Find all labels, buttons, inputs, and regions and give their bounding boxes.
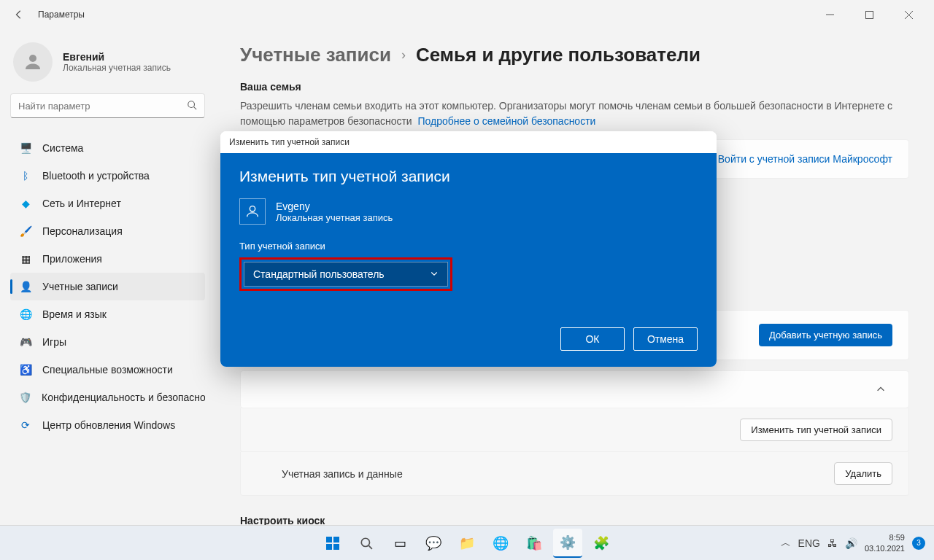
family-section-title: Ваша семья bbox=[240, 81, 909, 93]
svg-rect-9 bbox=[326, 537, 332, 542]
sidebar: Евгений Локальная учетная запись 🖥️Систе… bbox=[0, 29, 215, 525]
highlight-box: Стандартный пользователь bbox=[239, 257, 452, 291]
signin-link[interactable]: Войти с учетной записи Майкрософт bbox=[718, 153, 892, 165]
nav-list: 🖥️Система ᛒBluetooth и устройства ◆Сеть … bbox=[10, 134, 205, 439]
family-safety-link[interactable]: Подробнее о семейной безопасности bbox=[417, 115, 595, 127]
nav-personalization[interactable]: 🖌️Персонализация bbox=[10, 217, 205, 245]
settings-taskbar-icon[interactable]: ⚙️ bbox=[553, 529, 582, 558]
breadcrumb: Учетные записи › Семья и другие пользова… bbox=[240, 44, 909, 66]
svg-point-2 bbox=[29, 55, 36, 62]
nav-privacy[interactable]: 🛡️Конфиденциальность и безопасность bbox=[10, 384, 205, 411]
svg-rect-10 bbox=[333, 537, 339, 542]
svg-line-14 bbox=[368, 545, 372, 549]
breadcrumb-separator: › bbox=[401, 47, 406, 63]
network-icon: ◆ bbox=[19, 197, 32, 210]
chevron-down-icon bbox=[430, 268, 439, 280]
accessibility-icon: ♿ bbox=[19, 363, 32, 376]
nav-update[interactable]: ⟳Центр обновления Windows bbox=[10, 411, 205, 439]
profile-subtitle: Локальная учетная запись bbox=[63, 63, 171, 73]
update-icon: ⟳ bbox=[19, 419, 32, 432]
account-data-label: Учетная запись и данные bbox=[282, 468, 403, 480]
kiosk-section-title: Настроить киоск bbox=[240, 515, 909, 525]
dialog-type-label: Тип учетной записи bbox=[239, 241, 698, 252]
dialog-avatar-icon bbox=[239, 198, 266, 225]
back-button[interactable] bbox=[9, 4, 29, 25]
tray-chevron-icon[interactable]: ︿ bbox=[781, 537, 791, 550]
taskbar: ▭ 💬 📁 🌐 🛍️ ⚙️ 🧩 ︿ ENG 🖧 🔊 8:59 03.10.202… bbox=[0, 525, 934, 560]
system-icon: 🖥️ bbox=[19, 141, 32, 155]
search-icon bbox=[187, 100, 197, 112]
clock[interactable]: 8:59 03.10.2021 bbox=[865, 532, 905, 553]
search-input[interactable] bbox=[18, 101, 187, 112]
minimize-button[interactable] bbox=[819, 4, 841, 26]
svg-point-3 bbox=[188, 101, 195, 107]
profile-block[interactable]: Евгений Локальная учетная запись bbox=[10, 35, 205, 93]
dialog-window-title: Изменить тип учетной записи bbox=[220, 131, 717, 153]
nav-accessibility[interactable]: ♿Специальные возможности bbox=[10, 356, 205, 384]
search-input-wrapper[interactable] bbox=[10, 93, 205, 118]
change-type-row: Изменить тип учетной записи bbox=[240, 408, 909, 452]
bluetooth-icon: ᛒ bbox=[19, 169, 32, 182]
account-type-selected: Стандартный пользователь bbox=[253, 268, 385, 280]
breadcrumb-current: Семья и другие пользователи bbox=[416, 44, 700, 66]
nav-time[interactable]: 🌐Время и язык bbox=[10, 300, 205, 328]
taskbar-search-icon[interactable] bbox=[352, 529, 381, 558]
add-account-button[interactable]: Добавить учетную запись bbox=[759, 324, 892, 346]
svg-rect-12 bbox=[333, 544, 339, 550]
nav-network[interactable]: ◆Сеть и Интернет bbox=[10, 190, 205, 217]
window-title: Параметры bbox=[38, 9, 85, 20]
account-data-row: Учетная запись и данные Удалить bbox=[240, 452, 909, 496]
close-button[interactable] bbox=[898, 4, 919, 26]
dialog-username: Evgeny bbox=[276, 201, 393, 212]
time-icon: 🌐 bbox=[19, 308, 32, 321]
account-type-select[interactable]: Стандартный пользователь bbox=[244, 262, 448, 287]
ok-button[interactable]: ОК bbox=[560, 327, 625, 351]
dialog-heading: Изменить тип учетной записи bbox=[239, 168, 698, 185]
language-indicator[interactable]: ENG bbox=[798, 537, 820, 549]
dialog-usersub: Локальная учетная запись bbox=[276, 212, 393, 223]
profile-name: Евгений bbox=[63, 51, 171, 63]
nav-system[interactable]: 🖥️Система bbox=[10, 134, 205, 162]
task-view-icon[interactable]: ▭ bbox=[385, 529, 414, 558]
svg-rect-11 bbox=[326, 544, 332, 550]
clock-time: 8:59 bbox=[865, 532, 905, 542]
start-button[interactable] bbox=[318, 529, 347, 558]
app-icon[interactable]: 🧩 bbox=[587, 529, 616, 558]
avatar bbox=[13, 42, 53, 82]
breadcrumb-parent[interactable]: Учетные записи bbox=[240, 44, 391, 66]
family-section-desc: Разрешить членам семьи входить на этот к… bbox=[240, 98, 909, 129]
svg-point-13 bbox=[361, 538, 369, 546]
change-account-type-dialog: Изменить тип учетной записи Изменить тип… bbox=[220, 131, 717, 367]
nav-apps[interactable]: ▦Приложения bbox=[10, 245, 205, 273]
network-tray-icon[interactable]: 🖧 bbox=[827, 537, 838, 549]
edge-icon[interactable]: 🌐 bbox=[486, 529, 515, 558]
cancel-button[interactable]: Отмена bbox=[633, 327, 698, 351]
accounts-icon: 👤 bbox=[19, 280, 32, 293]
nav-accounts[interactable]: 👤Учетные записи bbox=[10, 273, 205, 300]
svg-rect-1 bbox=[865, 11, 873, 18]
dialog-user-block: Evgeny Локальная учетная запись bbox=[239, 198, 698, 225]
svg-line-4 bbox=[194, 106, 197, 109]
delete-button[interactable]: Удалить bbox=[834, 462, 892, 485]
clock-date: 03.10.2021 bbox=[865, 543, 905, 553]
chevron-up-icon[interactable] bbox=[869, 384, 892, 394]
svg-point-8 bbox=[250, 206, 255, 211]
apps-icon: ▦ bbox=[19, 252, 32, 265]
explorer-icon[interactable]: 📁 bbox=[452, 529, 482, 558]
user-expanded-card[interactable] bbox=[240, 370, 909, 408]
titlebar: Параметры bbox=[0, 0, 934, 29]
privacy-icon: 🛡️ bbox=[19, 391, 31, 404]
volume-tray-icon[interactable]: 🔊 bbox=[845, 537, 857, 549]
widgets-icon[interactable]: 💬 bbox=[419, 529, 448, 558]
gaming-icon: 🎮 bbox=[19, 335, 32, 349]
personalization-icon: 🖌️ bbox=[19, 225, 32, 238]
nav-gaming[interactable]: 🎮Игры bbox=[10, 328, 205, 356]
change-type-button[interactable]: Изменить тип учетной записи bbox=[740, 419, 892, 441]
nav-bluetooth[interactable]: ᛒBluetooth и устройства bbox=[10, 162, 205, 190]
store-icon[interactable]: 🛍️ bbox=[520, 529, 549, 558]
notification-badge[interactable]: 3 bbox=[912, 537, 925, 550]
maximize-button[interactable] bbox=[858, 4, 880, 26]
